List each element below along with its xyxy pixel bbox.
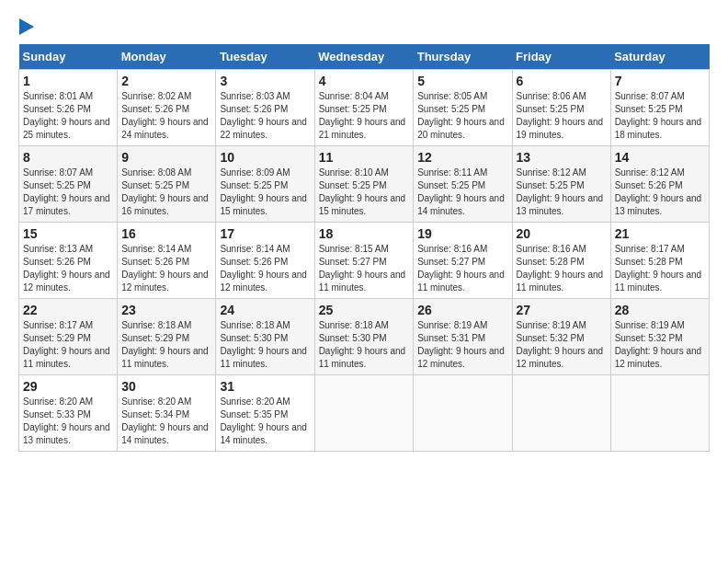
calendar-cell: 10 Sunrise: 8:09 AMSunset: 5:25 PMDaylig… <box>216 146 314 223</box>
day-number: 11 <box>319 150 410 165</box>
day-number: 1 <box>23 74 113 88</box>
day-number: 3 <box>220 74 310 88</box>
day-number: 23 <box>121 303 211 317</box>
calendar-cell: 27 Sunrise: 8:19 AMSunset: 5:32 PMDaylig… <box>512 299 610 375</box>
day-info: Sunrise: 8:06 AMSunset: 5:25 PMDaylight:… <box>517 91 604 140</box>
day-info: Sunrise: 8:19 AMSunset: 5:32 PMDaylight:… <box>517 320 604 369</box>
calendar-cell: 8 Sunrise: 8:07 AMSunset: 5:25 PMDayligh… <box>19 146 118 223</box>
day-header-sunday: Sunday <box>19 44 118 70</box>
day-info: Sunrise: 8:09 AMSunset: 5:25 PMDaylight:… <box>220 167 307 216</box>
calendar-cell: 1 Sunrise: 8:01 AMSunset: 5:26 PMDayligh… <box>19 70 118 146</box>
day-info: Sunrise: 8:18 AMSunset: 5:29 PMDaylight:… <box>121 320 209 369</box>
calendar-cell: 17 Sunrise: 8:14 AMSunset: 5:26 PMDaylig… <box>216 223 314 299</box>
calendar-week-5: 29 Sunrise: 8:20 AMSunset: 5:33 PMDaylig… <box>19 375 710 452</box>
day-number: 10 <box>220 150 310 165</box>
calendar-cell: 11 Sunrise: 8:10 AMSunset: 5:25 PMDaylig… <box>314 146 414 223</box>
day-info: Sunrise: 8:14 AMSunset: 5:26 PMDaylight:… <box>220 244 307 293</box>
day-number: 7 <box>615 74 705 88</box>
calendar-cell: 12 Sunrise: 8:11 AMSunset: 5:25 PMDaylig… <box>414 146 512 223</box>
day-number: 31 <box>220 379 310 394</box>
day-number: 19 <box>417 226 507 241</box>
day-info: Sunrise: 8:07 AMSunset: 5:25 PMDaylight:… <box>615 91 702 140</box>
days-header-row: SundayMondayTuesdayWednesdayThursdayFrid… <box>19 44 710 70</box>
day-header-tuesday: Tuesday <box>216 44 314 70</box>
calendar-cell: 20 Sunrise: 8:16 AMSunset: 5:28 PMDaylig… <box>512 223 610 299</box>
calendar-cell: 13 Sunrise: 8:12 AMSunset: 5:25 PMDaylig… <box>512 146 610 223</box>
day-header-monday: Monday <box>118 44 216 70</box>
day-info: Sunrise: 8:20 AMSunset: 5:33 PMDaylight:… <box>23 396 110 445</box>
calendar-cell: 3 Sunrise: 8:03 AMSunset: 5:26 PMDayligh… <box>216 70 314 146</box>
day-number: 28 <box>615 303 705 317</box>
page-header <box>18 18 710 35</box>
day-info: Sunrise: 8:01 AMSunset: 5:26 PMDaylight:… <box>23 91 110 140</box>
day-number: 2 <box>121 74 211 88</box>
calendar-week-3: 15 Sunrise: 8:13 AMSunset: 5:26 PMDaylig… <box>19 223 710 299</box>
day-number: 6 <box>517 74 607 88</box>
day-number: 9 <box>121 150 211 165</box>
calendar-cell: 2 Sunrise: 8:02 AMSunset: 5:26 PMDayligh… <box>118 70 216 146</box>
day-number: 13 <box>517 150 607 165</box>
day-number: 27 <box>517 303 607 317</box>
calendar-cell: 30 Sunrise: 8:20 AMSunset: 5:34 PMDaylig… <box>118 375 216 452</box>
calendar-cell: 25 Sunrise: 8:18 AMSunset: 5:30 PMDaylig… <box>314 299 414 375</box>
day-info: Sunrise: 8:02 AMSunset: 5:26 PMDaylight:… <box>121 91 209 140</box>
day-info: Sunrise: 8:08 AMSunset: 5:25 PMDaylight:… <box>121 167 209 216</box>
calendar-cell: 4 Sunrise: 8:04 AMSunset: 5:25 PMDayligh… <box>314 70 414 146</box>
calendar-cell: 9 Sunrise: 8:08 AMSunset: 5:25 PMDayligh… <box>118 146 216 223</box>
day-info: Sunrise: 8:13 AMSunset: 5:26 PMDaylight:… <box>23 244 110 293</box>
day-number: 21 <box>615 226 705 241</box>
day-info: Sunrise: 8:05 AMSunset: 5:25 PMDaylight:… <box>417 91 505 140</box>
day-info: Sunrise: 8:17 AMSunset: 5:28 PMDaylight:… <box>615 244 702 293</box>
day-number: 17 <box>220 226 310 241</box>
day-number: 4 <box>319 74 410 88</box>
day-info: Sunrise: 8:14 AMSunset: 5:26 PMDaylight:… <box>121 244 209 293</box>
day-number: 18 <box>319 226 410 241</box>
day-number: 12 <box>417 150 507 165</box>
calendar-cell: 14 Sunrise: 8:12 AMSunset: 5:26 PMDaylig… <box>610 146 709 223</box>
day-number: 30 <box>121 379 211 394</box>
day-info: Sunrise: 8:18 AMSunset: 5:30 PMDaylight:… <box>319 320 406 369</box>
calendar-table: SundayMondayTuesdayWednesdayThursdayFrid… <box>18 44 710 452</box>
calendar-cell: 7 Sunrise: 8:07 AMSunset: 5:25 PMDayligh… <box>610 70 709 146</box>
calendar-cell <box>314 375 414 452</box>
calendar-cell <box>414 375 512 452</box>
day-info: Sunrise: 8:04 AMSunset: 5:25 PMDaylight:… <box>319 91 406 140</box>
day-info: Sunrise: 8:20 AMSunset: 5:35 PMDaylight:… <box>220 396 307 445</box>
calendar-week-4: 22 Sunrise: 8:17 AMSunset: 5:29 PMDaylig… <box>19 299 710 375</box>
day-info: Sunrise: 8:16 AMSunset: 5:28 PMDaylight:… <box>517 244 604 293</box>
day-number: 8 <box>23 150 113 165</box>
day-number: 16 <box>121 226 211 241</box>
day-number: 14 <box>615 150 705 165</box>
calendar-week-2: 8 Sunrise: 8:07 AMSunset: 5:25 PMDayligh… <box>19 146 710 223</box>
day-info: Sunrise: 8:15 AMSunset: 5:27 PMDaylight:… <box>319 244 406 293</box>
day-info: Sunrise: 8:20 AMSunset: 5:34 PMDaylight:… <box>121 396 209 445</box>
day-number: 20 <box>517 226 607 241</box>
day-info: Sunrise: 8:11 AMSunset: 5:25 PMDaylight:… <box>417 167 505 216</box>
calendar-cell: 15 Sunrise: 8:13 AMSunset: 5:26 PMDaylig… <box>19 223 118 299</box>
calendar-cell <box>610 375 709 452</box>
calendar-cell: 22 Sunrise: 8:17 AMSunset: 5:29 PMDaylig… <box>19 299 118 375</box>
day-header-saturday: Saturday <box>610 44 709 70</box>
day-number: 25 <box>319 303 410 317</box>
day-info: Sunrise: 8:03 AMSunset: 5:26 PMDaylight:… <box>220 91 307 140</box>
logo <box>18 18 35 35</box>
day-info: Sunrise: 8:16 AMSunset: 5:27 PMDaylight:… <box>417 244 505 293</box>
calendar-cell: 24 Sunrise: 8:18 AMSunset: 5:30 PMDaylig… <box>216 299 314 375</box>
calendar-cell: 6 Sunrise: 8:06 AMSunset: 5:25 PMDayligh… <box>512 70 610 146</box>
day-info: Sunrise: 8:07 AMSunset: 5:25 PMDaylight:… <box>23 167 110 216</box>
day-header-wednesday: Wednesday <box>314 44 414 70</box>
calendar-cell: 5 Sunrise: 8:05 AMSunset: 5:25 PMDayligh… <box>414 70 512 146</box>
calendar-cell: 31 Sunrise: 8:20 AMSunset: 5:35 PMDaylig… <box>216 375 314 452</box>
day-number: 22 <box>23 303 113 317</box>
day-info: Sunrise: 8:18 AMSunset: 5:30 PMDaylight:… <box>220 320 307 369</box>
day-header-thursday: Thursday <box>414 44 512 70</box>
day-info: Sunrise: 8:10 AMSunset: 5:25 PMDaylight:… <box>319 167 406 216</box>
calendar-cell: 21 Sunrise: 8:17 AMSunset: 5:28 PMDaylig… <box>610 223 709 299</box>
calendar-week-1: 1 Sunrise: 8:01 AMSunset: 5:26 PMDayligh… <box>19 70 710 146</box>
day-info: Sunrise: 8:17 AMSunset: 5:29 PMDaylight:… <box>23 320 110 369</box>
calendar-cell: 26 Sunrise: 8:19 AMSunset: 5:31 PMDaylig… <box>414 299 512 375</box>
day-info: Sunrise: 8:12 AMSunset: 5:25 PMDaylight:… <box>517 167 604 216</box>
calendar-cell: 23 Sunrise: 8:18 AMSunset: 5:29 PMDaylig… <box>118 299 216 375</box>
calendar-cell: 16 Sunrise: 8:14 AMSunset: 5:26 PMDaylig… <box>118 223 216 299</box>
calendar-cell: 18 Sunrise: 8:15 AMSunset: 5:27 PMDaylig… <box>314 223 414 299</box>
